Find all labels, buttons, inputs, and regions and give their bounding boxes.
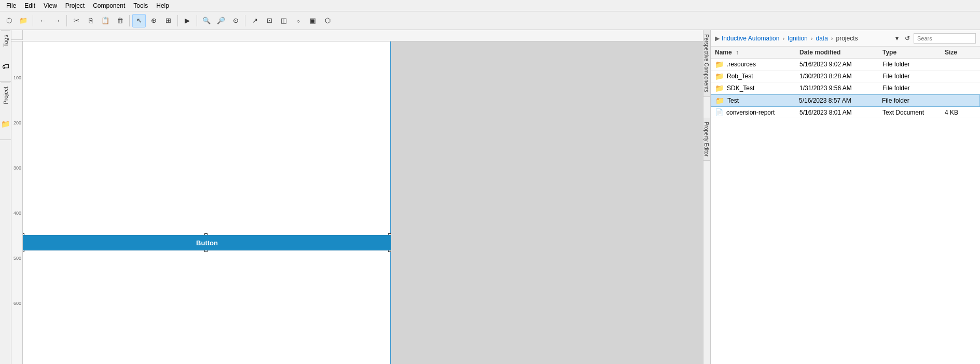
delete-button[interactable]: 🗑 <box>113 14 127 27</box>
embed-button[interactable]: ▣ <box>306 14 320 27</box>
file-name: SDK_Test <box>727 85 754 92</box>
menu-view[interactable]: View <box>39 1 61 10</box>
run-button[interactable]: ▶ <box>181 14 194 27</box>
cut-button[interactable]: ✂ <box>70 14 83 27</box>
file-row[interactable]: 📁 SDK_Test 1/31/2023 9:56 AM File folder <box>711 82 980 94</box>
nav-dropdown-btn[interactable]: ▾ <box>893 34 901 43</box>
vmark-100: 100 <box>13 75 21 80</box>
col-type[interactable]: Type <box>882 49 945 56</box>
file-row[interactable]: 📁 Rob_Test 1/30/2023 8:28 AM File folder <box>711 71 980 82</box>
file-date: 1/31/2023 9:56 AM <box>799 85 882 92</box>
paste-button[interactable]: 📋 <box>99 14 112 27</box>
menu-help[interactable]: Help <box>152 1 173 10</box>
zoom-out-button[interactable]: 🔎 <box>214 14 228 27</box>
redo-button[interactable]: → <box>50 14 64 27</box>
popup-button[interactable]: ⬡ <box>321 14 334 27</box>
file-type: Text Document <box>882 109 945 116</box>
file-browser-nav: ▶ Inductive Automation › Ignition › data… <box>711 30 980 47</box>
file-size: 4 KB <box>945 109 976 116</box>
pointer-button[interactable]: ↗ <box>248 14 261 27</box>
file-date: 1/30/2023 8:28 AM <box>799 73 882 80</box>
file-name: conversion-report <box>726 109 775 116</box>
file-browser: ▶ Inductive Automation › Ignition › data… <box>710 30 980 364</box>
property-editor-tab[interactable]: Property Editor <box>703 118 710 161</box>
file-date: 5/16/2023 8:01 AM <box>799 109 882 116</box>
project-tab[interactable]: Project <box>1 82 10 108</box>
breadcrumb-arrow: ▶ <box>715 35 720 42</box>
file-name-cell: 📁 SDK_Test <box>715 84 799 92</box>
zoom-in-button[interactable]: 🔍 <box>200 14 213 27</box>
file-row[interactable]: 📁 Test 5/16/2023 8:57 AM File folder <box>711 94 980 107</box>
breadcrumb-sep-1: › <box>782 35 784 41</box>
copy-button[interactable]: ⎘ <box>84 14 98 27</box>
breadcrumb-sep-3: › <box>831 35 833 41</box>
col-size[interactable]: Size <box>945 49 976 56</box>
file-date: 5/16/2023 9:02 AM <box>799 61 882 68</box>
file-row[interactable]: 📁 .resources 5/16/2023 9:02 AM File fold… <box>711 59 980 71</box>
new-button[interactable]: ⬡ <box>2 14 16 27</box>
file-name-cell: 📁 .resources <box>715 60 799 68</box>
document-icon: 📄 <box>715 108 723 116</box>
canvas-with-ruler: 100 200 300 400 500 600 <box>11 41 703 364</box>
sort-arrow: ↑ <box>736 49 739 56</box>
file-list: 📁 .resources 5/16/2023 9:02 AM File fold… <box>711 59 980 364</box>
file-type: File folder <box>882 61 945 68</box>
file-type: File folder <box>882 85 945 92</box>
align-button[interactable]: ⊞ <box>161 14 175 27</box>
ruler-vertical: 100 200 300 400 500 600 <box>11 41 23 364</box>
canvas-container: 0 100 200 300 400 500 600 700 800 100 20… <box>11 30 703 364</box>
nav-refresh-btn[interactable]: ↺ <box>903 34 912 43</box>
breadcrumb-data[interactable]: data <box>816 35 827 42</box>
folder-icon: 📁 <box>715 72 724 80</box>
main-area: Tags 🏷 Project 📁 0 100 200 300 400 500 6… <box>0 30 980 364</box>
component2-button[interactable]: ◫ <box>277 14 291 27</box>
file-row[interactable]: 📄 conversion-report 5/16/2023 8:01 AM Te… <box>711 107 980 118</box>
screen-button[interactable]: ⬦ <box>292 14 305 27</box>
ruler-corner <box>11 30 23 40</box>
vmark-500: 500 <box>13 256 21 261</box>
breadcrumb-inductive-automation[interactable]: Inductive Automation <box>722 35 779 42</box>
toolbar-sep-2 <box>66 15 67 26</box>
file-name-cell: 📁 Rob_Test <box>715 72 799 80</box>
toolbar-sep-3 <box>129 15 130 26</box>
menu-edit[interactable]: Edit <box>20 1 39 10</box>
menu-project[interactable]: Project <box>61 1 89 10</box>
select-tool-button[interactable]: ↖ <box>132 14 146 27</box>
file-name: Rob_Test <box>727 73 753 80</box>
canvas[interactable]: Button <box>23 41 703 364</box>
left-panel: Tags 🏷 Project 📁 <box>0 30 11 364</box>
undo-button[interactable]: ← <box>36 14 49 27</box>
toolbar: ⬡ 📁 ← → ✂ ⎘ 📋 🗑 ↖ ⊕ ⊞ ▶ 🔍 🔎 ⊙ ↗ ⊡ ◫ ⬦ ▣ … <box>0 11 980 30</box>
tags-tab[interactable]: Tags <box>1 30 10 51</box>
ruler-horizontal: 0 100 200 300 400 500 600 700 800 <box>11 30 703 41</box>
file-name-cell: 📁 Test <box>715 96 799 105</box>
toolbar-sep-6 <box>245 15 245 26</box>
toolbar-sep-5 <box>197 15 197 26</box>
file-type: File folder <box>882 97 944 104</box>
select2-button[interactable]: ⊡ <box>263 14 276 27</box>
folder-icon: 📁 <box>715 96 724 105</box>
file-type: File folder <box>882 73 945 80</box>
move-tool-button[interactable]: ⊕ <box>147 14 160 27</box>
zoom-reset-button[interactable]: ⊙ <box>229 14 242 27</box>
menu-bar: File Edit View Project Component Tools H… <box>0 0 980 11</box>
search-input[interactable] <box>914 33 976 44</box>
file-name: .resources <box>727 61 756 68</box>
file-date: 5/16/2023 8:57 AM <box>799 97 882 104</box>
open-button[interactable]: 📁 <box>17 14 30 27</box>
folder-icon: 📁 <box>715 60 724 68</box>
breadcrumb-ignition[interactable]: Ignition <box>788 35 808 42</box>
left-icon-1[interactable]: 🏷 <box>0 51 11 82</box>
menu-file[interactable]: File <box>2 1 20 10</box>
col-date-modified[interactable]: Date modified <box>799 49 882 56</box>
nav-controls: ▾ ↺ <box>893 33 976 44</box>
menu-component[interactable]: Component <box>89 1 129 10</box>
left-icon-2[interactable]: 📁 <box>0 109 11 140</box>
menu-tools[interactable]: Tools <box>129 1 152 10</box>
col-name[interactable]: Name ↑ <box>715 49 799 56</box>
canvas-button[interactable]: Button <box>23 235 391 250</box>
vmark-300: 300 <box>13 165 21 171</box>
perspective-components-tab[interactable]: Perspective Components <box>703 30 710 97</box>
toolbar-sep-4 <box>177 15 178 26</box>
vmark-200: 200 <box>13 120 21 125</box>
